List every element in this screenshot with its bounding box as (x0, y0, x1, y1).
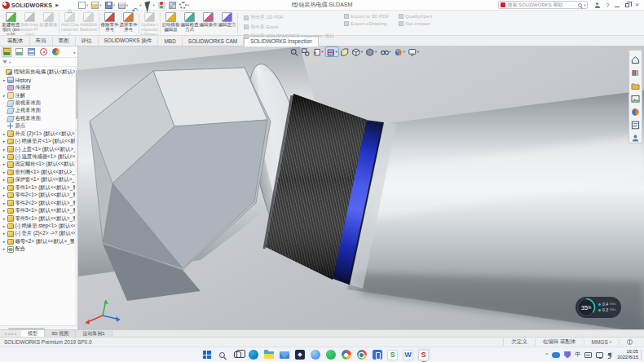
status-globe[interactable] (619, 339, 640, 345)
display-button[interactable] (169, 2, 176, 9)
tree-item-15[interactable]: ▸零件2<1> (默认<<默认>_显示状态 (0, 192, 77, 199)
new-button[interactable] (78, 2, 88, 9)
tree-root-assembly[interactable]: ▸t型铠装热电偶 (默认<默认>_显示状态-1 (0, 68, 77, 76)
tree-item-8[interactable]: ▸(-) 绝缘垫片<1> (默认<<默认>_显 (0, 138, 77, 145)
zoom-fit-button[interactable] (289, 47, 298, 56)
tree-item-12[interactable]: ▸密封圈<1> (默认<<默认>_显示状 (0, 169, 77, 176)
search-box[interactable]: 搜索 SOLIDWORKS 帮助 ▾ (498, 1, 588, 9)
tree-item-7[interactable]: ▸外壳 (2)<1> (默认<<默认>_显示状 (0, 130, 77, 138)
annotation-view-button[interactable] (340, 47, 349, 56)
fm-tab-display-manager[interactable] (51, 47, 61, 57)
tree-item-4[interactable]: ▸上视基准面 (0, 107, 77, 114)
tree-item-5[interactable]: ▸右视基准面 (0, 115, 77, 122)
forum-tab[interactable] (631, 131, 640, 140)
edit-operation-button[interactable]: 编辑操作 (199, 11, 218, 35)
tree-item-14[interactable]: ▸零件1<1> (默认<<默认>_显示状态 (0, 184, 77, 192)
save-button[interactable] (105, 2, 115, 9)
tree-item-0[interactable]: ▸History (0, 76, 77, 83)
ribbon-tab-评估[interactable]: 评估 (76, 37, 99, 46)
search-icon[interactable] (578, 3, 582, 7)
speed-ball-widget[interactable]: 35% 0.4 KB/s 0.3 KB/s (576, 297, 621, 318)
close-button[interactable]: × (635, 2, 639, 8)
file-explorer-tab[interactable] (631, 79, 640, 88)
fm-tab-properties[interactable] (14, 47, 24, 57)
search-taskbar-button[interactable] (215, 348, 228, 361)
photos-app-taskbar-button[interactable] (293, 348, 306, 361)
tree-item-17[interactable]: ▸零件3<1> (默认<<默认>_显示状态 (0, 207, 77, 214)
chrome-taskbar-button[interactable] (355, 348, 368, 361)
print-button[interactable] (118, 2, 128, 9)
green-app-taskbar-button[interactable] (324, 348, 337, 361)
home-button[interactable] (68, 2, 75, 9)
view-orientation-button[interactable] (351, 47, 363, 56)
3d-model-thermocouple[interactable] (78, 46, 644, 329)
mail-taskbar-button[interactable] (277, 348, 290, 361)
ribbon-tab-草图[interactable]: 草图 (53, 37, 76, 46)
sign-in-icon[interactable] (594, 2, 600, 8)
unit-system-selector[interactable]: MMGS ▾ (584, 339, 620, 345)
ime-keyboard-icon[interactable] (584, 352, 592, 358)
tree-filter[interactable]: ▾ (0, 58, 77, 67)
fm-tab-configurations[interactable] (26, 47, 37, 57)
tree-item-13[interactable]: ▸保护套<1> (默认<<默认>_显示状 (0, 176, 77, 183)
tree-item-19[interactable]: ▸(-) 绝缘垫.step<1> (默认<<默认 (0, 223, 77, 230)
tree-item-1[interactable]: ▸传感器 (0, 84, 77, 91)
view-palette-tab[interactable] (631, 92, 640, 101)
tree-item-11[interactable]: ▸固定螺栓<1> (默认<<默认>_显示 (0, 161, 77, 168)
display-style-button[interactable] (366, 47, 377, 56)
onedrive-icon[interactable] (552, 352, 560, 358)
custom-properties-tab[interactable] (631, 118, 640, 127)
resources-tab[interactable] (631, 53, 640, 62)
tree-item-9[interactable]: ▸(-) 上盖<1> (默认<<默认>_显示状 (0, 145, 77, 152)
tree-item-6[interactable]: ▸原点 (0, 122, 77, 130)
tree-item-21[interactable]: ▸螺母<2> (默认<<默认>_显示状态 (0, 238, 77, 245)
previous-view-button[interactable] (312, 47, 324, 56)
help-button[interactable]: ? (606, 2, 609, 8)
menu-flyout-arrow-icon[interactable]: ▶ (55, 2, 59, 7)
undo-button[interactable] (131, 2, 141, 9)
ribbon-tab-装配体[interactable]: 装配体 (2, 37, 30, 46)
task-view-taskbar-button[interactable] (231, 348, 244, 361)
usage-percent-ball[interactable]: 35% (576, 298, 596, 317)
browser-360-taskbar-button[interactable] (339, 348, 352, 361)
remove-balloons-button[interactable]: 移除零件序号 (100, 11, 119, 35)
minimize-button[interactable] (615, 2, 620, 7)
ribbon-tab-mbd[interactable]: MBD (158, 37, 182, 46)
launch-template-editor-button[interactable]: 启动模板编辑器 (161, 11, 180, 35)
view-settings-button[interactable] (408, 47, 419, 56)
edit-inspection-method-button[interactable]: 编辑检查方式 (180, 11, 199, 35)
tree-item-2[interactable]: ▸注解 (0, 91, 77, 99)
wps-taskbar-button[interactable]: W (401, 348, 414, 361)
graphics-viewport[interactable]: 35% 0.4 KB/s 0.3 KB/s (78, 46, 644, 329)
design-library-tab[interactable] (631, 66, 640, 75)
volume-icon[interactable] (607, 352, 611, 357)
tree-vertical-scrollbar[interactable] (75, 67, 77, 325)
fm-tab-overflow-icon[interactable]: ▸ (73, 50, 76, 55)
eseal-app-taskbar-button[interactable]: S (386, 348, 399, 361)
ribbon-tab-布局[interactable]: 布局 (30, 37, 53, 46)
tree-item-22[interactable]: ▸配合 (0, 245, 77, 253)
tree-item-18[interactable]: ▸零件5<1> (默认<<默认>_显示状态 (0, 214, 77, 222)
new-inspection-project-button[interactable]: 新建检查项目 (amp;N) (2, 11, 20, 35)
fm-tab-dimxpert[interactable] (38, 47, 49, 57)
ribbon-tab-solidworks-cam[interactable]: SOLIDWORKS CAM (183, 37, 244, 46)
input-language-indicator[interactable]: 中 (575, 351, 580, 359)
tree-item-10[interactable]: ▸(-) 温度传感器<1> (默认<<默认>_ (0, 153, 77, 161)
zoom-area-button[interactable] (301, 47, 310, 56)
doc-tab-运动算例1[interactable]: 运动算例1 (76, 330, 112, 337)
edit-appearance-button[interactable] (394, 47, 405, 56)
taskbar-clock[interactable]: 16:05 2022/8/15 (617, 349, 642, 360)
cloud-app-taskbar-button[interactable] (308, 348, 321, 361)
edit-direction-button[interactable]: 编辑定方 (218, 11, 236, 35)
solidworks-taskbar-button[interactable]: S (417, 348, 430, 361)
search-caret-icon[interactable]: ▾ (584, 3, 585, 7)
open-button[interactable] (91, 2, 101, 9)
file-explorer-taskbar-button[interactable] (262, 348, 275, 361)
tab-scroll-arrows[interactable]: ◂◂▸▸ (0, 330, 21, 337)
hide-show-items-button[interactable] (380, 47, 391, 56)
phone-app-taskbar-button[interactable] (370, 348, 383, 361)
start-taskbar-button[interactable] (200, 348, 213, 361)
display-device-icon[interactable] (596, 352, 603, 358)
select-balloons-button[interactable]: 选择零件序号 (119, 11, 138, 35)
appearances-tab[interactable] (631, 105, 640, 114)
